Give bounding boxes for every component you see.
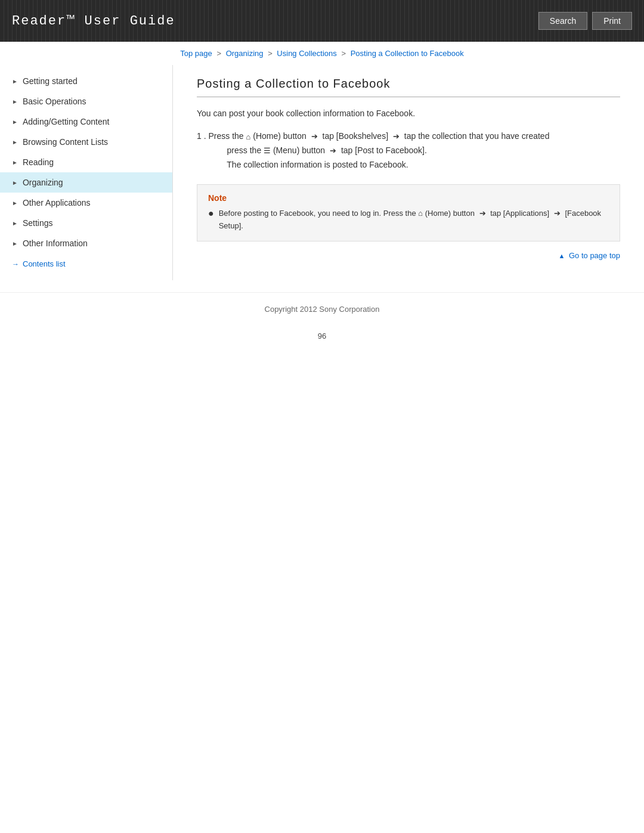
contents-list-link[interactable]: → Contents list (0, 253, 172, 274)
note-home-icon: ⌂ (418, 208, 423, 220)
main-layout: ► Getting started ► Basic Operations ► A… (0, 65, 644, 280)
go-to-top-link[interactable]: ▲ Go to page top (558, 251, 620, 260)
step-text-4: tap the collection that you have created (404, 131, 550, 141)
page-title: Posting a Collection to Facebook (197, 77, 620, 97)
sidebar-label-organizing: Organizing (23, 178, 63, 187)
note-arrow-icon-2: ➔ (554, 208, 561, 220)
step-result: The collection information is posted to … (227, 160, 408, 169)
step-text-7: tap [Post to Facebook]. (341, 145, 427, 155)
sidebar-item-basic-operations[interactable]: ► Basic Operations (0, 91, 172, 112)
header-buttons: Search Print (538, 12, 632, 30)
step-number: 1 . (197, 131, 206, 141)
note-arrow-icon: ➔ (479, 208, 486, 220)
home-icon: ⌂ (246, 131, 251, 144)
menu-icon: ☰ (264, 144, 271, 157)
main-content: Posting a Collection to Facebook You can… (173, 65, 644, 280)
note-text-2: (Home) button (425, 209, 475, 218)
chevron-right-icon: ► (12, 200, 18, 206)
triangle-up-icon: ▲ (558, 252, 565, 259)
page-footer: Copyright 2012 Sony Corporation 96 (0, 292, 644, 346)
arrow-right-icon: → (12, 260, 19, 268)
breadcrumb: Top page > Organizing > Using Collection… (0, 42, 644, 65)
note-text: Before posting to Facebook, you need to … (219, 208, 609, 233)
step-1: 1 . Press the ⌂ (Home) button ➔ tap [Boo… (197, 129, 620, 172)
chevron-right-icon: ► (12, 179, 18, 186)
sidebar-item-other-applications[interactable]: ► Other Applications (0, 193, 172, 213)
note-box: Note ● Before posting to Facebook, you n… (197, 184, 620, 241)
go-to-top: ▲ Go to page top (197, 251, 620, 260)
chevron-right-icon: ► (12, 159, 18, 166)
intro-text: You can post your book collection inform… (197, 107, 620, 120)
note-bullet-icon: ● (208, 209, 214, 218)
search-button[interactable]: Search (538, 12, 587, 30)
arrow-icon-3: ➔ (330, 144, 336, 157)
sidebar-item-other-information[interactable]: ► Other Information (0, 233, 172, 253)
sidebar-item-browsing-content-lists[interactable]: ► Browsing Content Lists (0, 132, 172, 152)
sidebar-label-getting-started: Getting started (23, 76, 78, 86)
note-content: ● Before posting to Facebook, you need t… (208, 208, 609, 233)
sidebar-item-settings[interactable]: ► Settings (0, 213, 172, 233)
contents-list-label: Contents list (23, 259, 66, 268)
step-text-1: Press the (208, 131, 243, 141)
step-text-5: press the (227, 145, 262, 155)
sidebar-item-adding-getting-content[interactable]: ► Adding/Getting Content (0, 112, 172, 132)
page-number: 96 (0, 326, 644, 346)
note-label: Note (208, 193, 609, 203)
sidebar-label-other-applications: Other Applications (23, 198, 91, 208)
sidebar-item-getting-started[interactable]: ► Getting started (0, 71, 172, 91)
print-button[interactable]: Print (592, 12, 632, 30)
step-text-3: tap [Bookshelves] (323, 131, 389, 141)
app-title: Reader™ User Guide (12, 14, 175, 29)
sidebar-label-reading: Reading (23, 157, 54, 167)
chevron-right-icon: ► (12, 220, 18, 227)
breadcrumb-using-collections[interactable]: Using Collections (277, 49, 336, 58)
copyright-text: Copyright 2012 Sony Corporation (0, 292, 644, 326)
go-to-top-label: Go to page top (569, 251, 620, 260)
chevron-right-icon: ► (12, 240, 18, 247)
sidebar-label-adding-getting-content: Adding/Getting Content (23, 117, 110, 126)
sidebar: ► Getting started ► Basic Operations ► A… (0, 65, 173, 280)
chevron-right-icon: ► (12, 98, 18, 105)
arrow-icon-2: ➔ (393, 130, 400, 143)
sidebar-label-other-information: Other Information (23, 239, 88, 248)
sidebar-item-reading[interactable]: ► Reading (0, 152, 172, 172)
step-text-2: (Home) button (253, 131, 306, 141)
page-header: Reader™ User Guide Search Print (0, 0, 644, 42)
sidebar-label-browsing-content-lists: Browsing Content Lists (23, 137, 108, 147)
note-text-1: Before posting to Facebook, you need to … (219, 209, 416, 218)
chevron-right-icon: ► (12, 119, 18, 125)
breadcrumb-current[interactable]: Posting a Collection to Facebook (351, 49, 464, 58)
sidebar-label-settings: Settings (23, 218, 53, 228)
breadcrumb-organizing[interactable]: Organizing (226, 49, 264, 58)
sidebar-label-basic-operations: Basic Operations (23, 97, 86, 106)
chevron-right-icon: ► (12, 78, 18, 85)
step-text-6: (Menu) button (273, 145, 325, 155)
chevron-right-icon: ► (12, 139, 18, 145)
arrow-icon: ➔ (311, 130, 318, 143)
breadcrumb-top-page[interactable]: Top page (180, 49, 212, 58)
note-text-3: tap [Applications] (490, 209, 549, 218)
sidebar-item-organizing[interactable]: ► Organizing (0, 172, 172, 193)
